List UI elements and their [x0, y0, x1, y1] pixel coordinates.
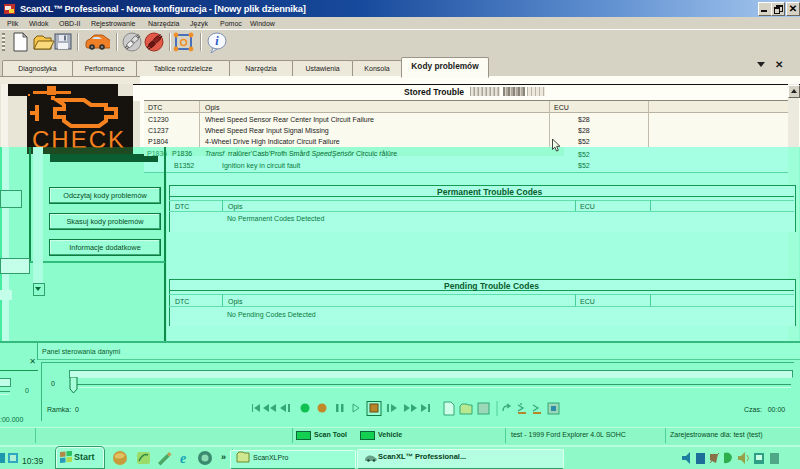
svg-text:CHECK: CHECK	[32, 147, 126, 153]
svg-text:e: e	[180, 451, 186, 466]
svg-text:CHECK: CHECK	[32, 126, 126, 147]
